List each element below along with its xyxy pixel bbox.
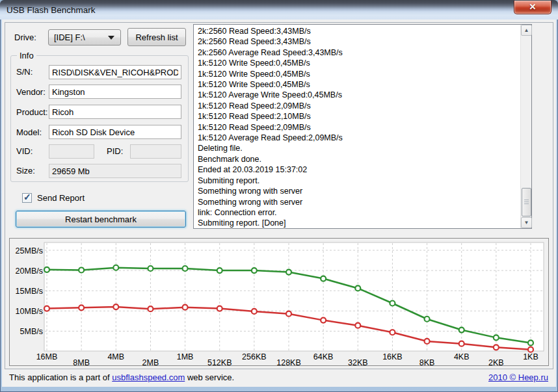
usbflashspeed-link[interactable]: usbflashspeed.com <box>112 372 185 382</box>
svg-text:8KB: 8KB <box>419 358 435 365</box>
refresh-list-button[interactable]: Refresh list <box>127 28 186 46</box>
svg-text:1KB: 1KB <box>523 352 538 361</box>
svg-text:1MB: 1MB <box>177 352 194 361</box>
svg-text:5MB/s: 5MB/s <box>20 327 43 336</box>
app-window: USB Flash Benchmark ✕ Drive: [IDE] F:\ R… <box>0 0 558 392</box>
log-text[interactable]: 2k:2560 Read Speed:3,43MB/s 2k:2560 Read… <box>194 25 520 228</box>
info-groupbox: Info S/N: Vendor: Product: Model: VID: P… <box>10 55 189 182</box>
product-label: Product: <box>16 107 47 117</box>
svg-text:512KB: 512KB <box>207 358 232 365</box>
chart-frame: 25MB/s20MB/s15MB/s10MB/s5MB/s16MB8MB4MB2… <box>9 238 549 366</box>
checkmark-icon: ✓ <box>23 192 31 202</box>
model-label: Model: <box>16 127 42 137</box>
send-report-label: Send Report <box>37 193 85 203</box>
footer-text-before: This application is a part of <box>9 372 112 382</box>
info-group-title: Info <box>17 51 36 60</box>
svg-text:64KB: 64KB <box>313 352 334 361</box>
vid-field[interactable] <box>49 144 94 159</box>
svg-text:16MB: 16MB <box>36 352 58 361</box>
titlebar[interactable]: USB Flash Benchmark ✕ <box>0 0 558 20</box>
size-label: Size: <box>16 166 35 176</box>
copyright-link[interactable]: 2010 © Heep.ru <box>488 372 548 382</box>
sn-label: S/N: <box>16 67 33 77</box>
footer-text-after: web service. <box>185 372 234 382</box>
svg-text:256KB: 256KB <box>242 352 267 361</box>
window-title: USB Flash Benchmark <box>7 5 96 15</box>
svg-text:4KB: 4KB <box>454 352 470 361</box>
log-panel[interactable]: 2k:2560 Read Speed:3,43MB/s 2k:2560 Read… <box>193 24 532 229</box>
model-field[interactable] <box>49 125 181 139</box>
restart-benchmark-button[interactable]: Restart benchmark <box>16 211 186 228</box>
thumb-grip-icon <box>524 200 529 205</box>
drive-label: Drive: <box>14 33 36 42</box>
drive-select[interactable]: [IDE] F:\ <box>48 29 121 46</box>
send-report-checkbox[interactable]: ✓ <box>22 193 32 203</box>
sn-field[interactable] <box>49 65 181 79</box>
pid-label: PID: <box>107 146 123 156</box>
svg-text:128KB: 128KB <box>276 358 301 365</box>
chevron-down-icon <box>108 36 114 40</box>
pid-field[interactable] <box>130 144 181 159</box>
vendor-field[interactable] <box>49 85 181 99</box>
svg-text:8MB: 8MB <box>73 358 90 365</box>
client-area: Drive: [IDE] F:\ Refresh list Info S/N: … <box>2 20 556 387</box>
svg-text:2MB: 2MB <box>142 358 159 365</box>
svg-text:16KB: 16KB <box>382 352 403 361</box>
vid-label: VID: <box>16 146 33 156</box>
svg-text:4MB: 4MB <box>107 352 124 361</box>
drive-select-value: [IDE] F:\ <box>54 33 85 42</box>
scroll-thumb[interactable] <box>522 188 531 216</box>
svg-text:25MB/s: 25MB/s <box>16 246 43 255</box>
scroll-up-button[interactable]: ▲ <box>521 25 532 36</box>
svg-text:15MB/s: 15MB/s <box>16 287 43 296</box>
svg-text:20MB/s: 20MB/s <box>16 267 43 276</box>
log-scrollbar[interactable]: ▲ ▼ <box>520 25 531 228</box>
triangle-down-icon: ▼ <box>524 220 529 226</box>
product-field[interactable] <box>49 105 181 119</box>
size-field[interactable] <box>49 164 181 178</box>
vendor-label: Vendor: <box>16 87 46 97</box>
footer-text: This application is a part of usbflashsp… <box>9 372 234 382</box>
close-button[interactable]: ✕ <box>514 1 551 14</box>
scroll-down-button[interactable]: ▼ <box>521 217 532 228</box>
svg-text:2KB: 2KB <box>488 358 504 365</box>
close-icon: ✕ <box>529 2 537 12</box>
svg-text:32KB: 32KB <box>348 358 368 365</box>
benchmark-chart: 25MB/s20MB/s15MB/s10MB/s5MB/s16MB8MB4MB2… <box>10 239 548 365</box>
svg-text:10MB/s: 10MB/s <box>16 307 43 316</box>
triangle-up-icon: ▲ <box>524 27 529 33</box>
